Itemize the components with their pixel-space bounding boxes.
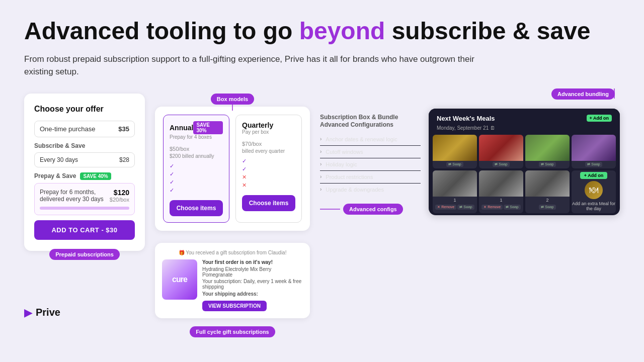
prepay-description: Prepay for 6 months, delivered every 30 … bbox=[40, 189, 110, 203]
meal-card-4: ⇄ Swap bbox=[572, 135, 616, 168]
annual-option[interactable]: Annual SAVE 30% Prepay for 4 boxes $50/b… bbox=[163, 115, 229, 223]
frequency-row[interactable]: Every 30 days $28 bbox=[34, 152, 135, 167]
meal-card-bottom-3: ⇄ Swap bbox=[525, 161, 570, 168]
panel-header-row: Next Week's Meals + Add on bbox=[437, 115, 612, 122]
gift-content: cure Your first order is on it's way! Hy… bbox=[162, 259, 303, 311]
config-item-holiday[interactable]: › Holiday logic bbox=[320, 158, 421, 171]
quarterly-features bbox=[242, 158, 295, 189]
dark-panel: Next Week's Meals + Add on Monday, Septe… bbox=[429, 109, 620, 215]
meals-row-1: ⇄ Swap ⇄ Swap ⇄ Swap bbox=[429, 135, 620, 170]
right-content: Subscription Box & Bundle Advanced Confi… bbox=[320, 109, 620, 215]
meal-num-7: 2 bbox=[525, 197, 570, 204]
config-item-product[interactable]: › Product restrictions bbox=[320, 171, 421, 184]
annual-price: $50/box bbox=[170, 142, 223, 153]
quarterly-choose-items-btn[interactable]: Choose items bbox=[242, 195, 295, 211]
annual-feature-1 bbox=[170, 163, 223, 169]
panel-date: Monday, September 21 🗓 bbox=[437, 125, 612, 131]
title-text-1: Advanced tooling to go bbox=[24, 18, 299, 44]
remove-btn-5[interactable]: ✕ Remove bbox=[435, 205, 456, 210]
config-item-4-label: Product restrictions bbox=[326, 174, 373, 180]
config-item-cutoff[interactable]: › Cutoff windows bbox=[320, 146, 421, 158]
annual-feature-3 bbox=[170, 179, 223, 186]
quarterly-feature-2 bbox=[242, 166, 295, 172]
swap-btn-3[interactable]: ⇄ Swap bbox=[539, 162, 555, 167]
swap-btn-1[interactable]: ⇄ Swap bbox=[446, 162, 463, 167]
chevron-icon-1: › bbox=[320, 136, 321, 142]
logo: ▶ Prive bbox=[24, 306, 60, 319]
config-items-list: › Anchor dates & renewal logic › Cutoff … bbox=[320, 133, 421, 196]
remove-btn-6[interactable]: ✕ Remove bbox=[481, 205, 503, 210]
meal-card-bottom-6: ✕ Remove ⇄ Swap bbox=[479, 204, 523, 211]
chevron-icon-5: › bbox=[320, 187, 321, 192]
add-on-button-top[interactable]: + Add on bbox=[587, 115, 612, 122]
add-to-cart-button[interactable]: ADD TO CART - $30 bbox=[34, 220, 135, 240]
meal-num-5: 1 bbox=[433, 197, 477, 204]
prepaid-tooltip-wrapper: Prepaid subscriptions bbox=[84, 249, 85, 258]
meal-image-1 bbox=[433, 135, 477, 161]
quarterly-option[interactable]: Quarterly Pay per box $70/box billed eve… bbox=[235, 115, 302, 223]
gift-card-wrapper: 🎁 You received a gift subscription from … bbox=[155, 237, 310, 318]
one-time-purchase-row[interactable]: One-time purchase $35 bbox=[34, 121, 135, 137]
annual-per: /box bbox=[179, 146, 189, 152]
quarterly-plan-sub: Pay per box bbox=[242, 129, 295, 135]
meal-num-6: 1 bbox=[479, 197, 523, 204]
config-item-anchor[interactable]: › Anchor dates & renewal logic bbox=[320, 133, 421, 146]
title-highlight: beyond bbox=[299, 18, 385, 44]
subscribe-save-label: Subscribe & Save bbox=[34, 142, 135, 149]
quarterly-feature-1 bbox=[242, 158, 295, 164]
box-models-line bbox=[232, 104, 233, 111]
advanced-configs-tooltip: Advanced configs bbox=[343, 204, 403, 215]
swap-btn-7[interactable]: ⇄ Swap bbox=[539, 205, 555, 210]
add-meal-card[interactable]: + Add on 🍽 Add an extra Meal for the day bbox=[572, 170, 616, 213]
one-time-price: $35 bbox=[118, 125, 129, 133]
meal-card-1: ⇄ Swap bbox=[433, 135, 477, 168]
gift-address-label: Your shipping address: bbox=[202, 291, 303, 297]
meal-image-3 bbox=[525, 135, 570, 161]
offer-card-wrapper: Choose your offer One-time purchase $35 … bbox=[24, 94, 145, 251]
meal-image-2 bbox=[479, 135, 523, 161]
swap-btn-5[interactable]: ⇄ Swap bbox=[457, 205, 474, 210]
gift-product-name: Hydrating Electrolyte Mix Berry Pomegran… bbox=[202, 266, 303, 278]
meal-card-7: 2 ⇄ Swap bbox=[525, 170, 570, 213]
panel-title: Next Week's Meals bbox=[437, 115, 495, 122]
annual-plan-name: Annual bbox=[170, 124, 193, 132]
annual-plan-sub: Prepay for 4 boxes bbox=[170, 134, 223, 140]
meal-card-bottom-7: ⇄ Swap bbox=[525, 204, 570, 211]
gift-text: Your first order is on it's way! Hydrati… bbox=[202, 259, 303, 311]
quarterly-billed: billed every quarter bbox=[242, 148, 295, 154]
offer-card: Choose your offer One-time purchase $35 … bbox=[24, 94, 145, 251]
view-subscription-btn[interactable]: VIEW SUBSCRIPTION bbox=[202, 301, 267, 311]
annual-features bbox=[170, 163, 223, 194]
config-item-2-label: Cutoff windows bbox=[326, 149, 363, 155]
gift-brand-name: cure bbox=[172, 275, 187, 284]
swap-btn-6[interactable]: ⇄ Swap bbox=[504, 205, 520, 210]
meal-card-2: ⇄ Swap bbox=[479, 135, 523, 168]
swap-btn-4[interactable]: ⇄ Swap bbox=[585, 162, 602, 167]
annual-choose-items-btn[interactable]: Choose items bbox=[170, 200, 223, 216]
prepay-save-label: Prepay & Save SAVE 40% bbox=[34, 172, 135, 180]
right-section: Advanced bundling Subscription Box & Bun… bbox=[320, 94, 620, 215]
meal-card-bottom-4: ⇄ Swap bbox=[572, 161, 616, 168]
middle-section: Box models Annual SAVE 30% Prepay for 4 … bbox=[155, 94, 310, 318]
prepay-box[interactable]: Prepay for 6 months, delivered every 30 … bbox=[34, 183, 135, 215]
prepay-label-text: Prepay & Save bbox=[34, 172, 76, 179]
gift-card: 🎁 You received a gift subscription from … bbox=[155, 243, 310, 318]
quarterly-feature-3 bbox=[242, 174, 295, 180]
box-models-card: Annual SAVE 30% Prepay for 4 boxes $50/b… bbox=[155, 107, 310, 231]
logo-icon: ▶ bbox=[24, 306, 33, 319]
advanced-configs-tooltip-wrapper: Advanced configs bbox=[320, 204, 421, 215]
annual-feature-2 bbox=[170, 171, 223, 177]
meal-card-bottom-2: ⇄ Swap bbox=[479, 161, 523, 168]
content-row: Choose your offer One-time purchase $35 … bbox=[24, 94, 620, 318]
dark-panel-header: Next Week's Meals + Add on Monday, Septe… bbox=[429, 109, 620, 135]
chevron-icon-3: › bbox=[320, 161, 321, 167]
subscribe-price: $28 bbox=[119, 156, 129, 163]
quarterly-per: /box bbox=[251, 141, 262, 147]
swap-btn-2[interactable]: ⇄ Swap bbox=[493, 162, 509, 167]
config-item-upgrade[interactable]: › Upgrade & downgrades bbox=[320, 184, 421, 196]
advanced-bundling-tooltip: Advanced bundling bbox=[551, 88, 615, 100]
config-panel-title: Subscription Box & Bundle Advanced Confi… bbox=[320, 114, 421, 129]
annual-feature-4 bbox=[170, 187, 223, 194]
prepay-box-header: Prepay for 6 months, delivered every 30 … bbox=[40, 189, 129, 203]
add-extra-meal-btn[interactable]: + Add on bbox=[580, 172, 607, 179]
